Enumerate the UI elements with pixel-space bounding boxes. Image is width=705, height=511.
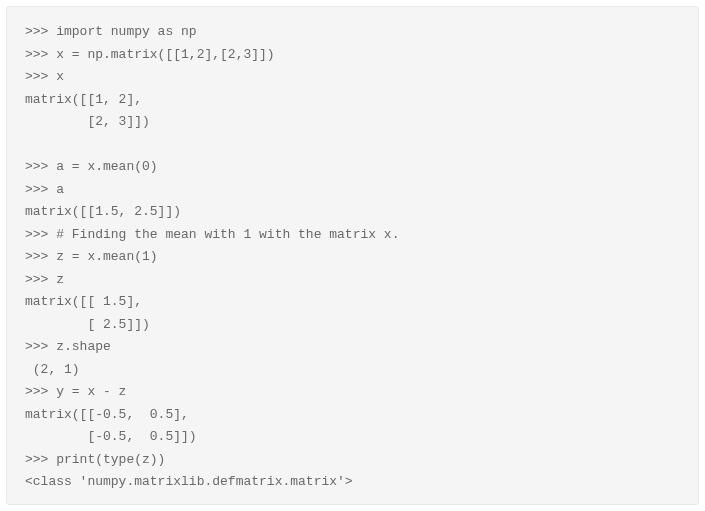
- code-line: (2, 1): [25, 359, 680, 382]
- code-line: <class 'numpy.matrixlib.defmatrix.matrix…: [25, 471, 680, 494]
- code-line: >>> x: [25, 66, 680, 89]
- code-line: [25, 134, 680, 157]
- code-line: >>> # Finding the mean with 1 with the m…: [25, 224, 680, 247]
- code-line: >>> z: [25, 269, 680, 292]
- code-line: >>> a: [25, 179, 680, 202]
- code-line: >>> a = x.mean(0): [25, 156, 680, 179]
- code-line: matrix([[ 1.5],: [25, 291, 680, 314]
- code-line: matrix([[1.5, 2.5]]): [25, 201, 680, 224]
- code-line: [-0.5, 0.5]]): [25, 426, 680, 449]
- code-line: >>> x = np.matrix([[1,2],[2,3]]): [25, 44, 680, 67]
- code-line: matrix([[1, 2],: [25, 89, 680, 112]
- code-line: >>> print(type(z)): [25, 449, 680, 472]
- code-line: >>> z.shape: [25, 336, 680, 359]
- code-line: matrix([[-0.5, 0.5],: [25, 404, 680, 427]
- code-line: >>> z = x.mean(1): [25, 246, 680, 269]
- code-line: [2, 3]]): [25, 111, 680, 134]
- code-block: >>> import numpy as np>>> x = np.matrix(…: [6, 6, 699, 505]
- code-line: >>> y = x - z: [25, 381, 680, 404]
- code-line: >>> import numpy as np: [25, 21, 680, 44]
- code-line: [ 2.5]]): [25, 314, 680, 337]
